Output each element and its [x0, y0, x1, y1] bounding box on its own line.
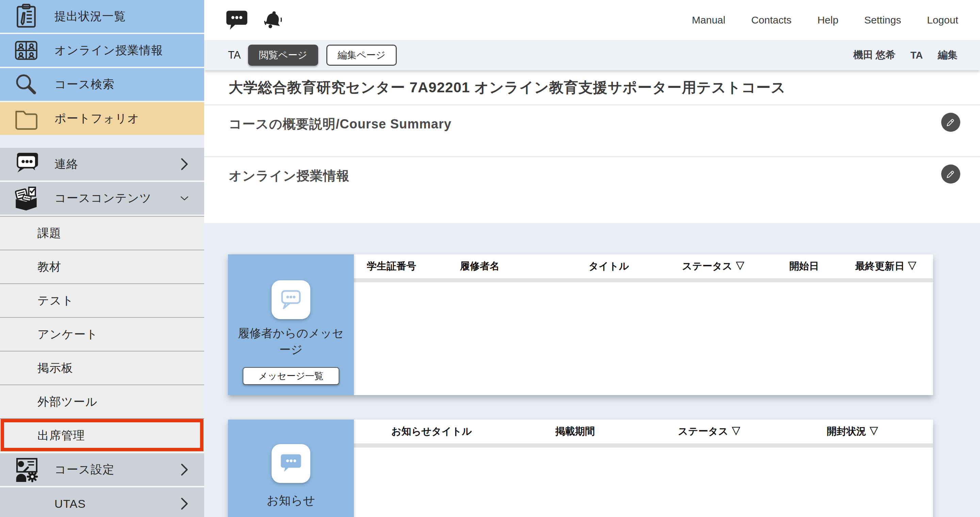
nav-link[interactable]: Contacts	[751, 14, 791, 26]
chat-bubble-outline-icon	[278, 286, 304, 313]
video-grid-icon	[12, 37, 40, 64]
message-icon	[225, 27, 248, 32]
chat-bubble-filled-icon	[278, 450, 304, 477]
column-header[interactable]: 学生証番号	[354, 260, 447, 273]
course-header-panel: 大学総合教育研究センター 7A92201 オンライン教育支援サポーター用テストコ…	[204, 70, 980, 223]
sidebar-subitem[interactable]: アンケート	[0, 317, 204, 351]
messages-table: 学生証番号 履修者名 タイトル ステータス ▽ 開始日 最終更新日 ▽	[354, 254, 933, 395]
announcements-table: お知らせタイトル 掲載期間 ステータス ▽ 開封状況 ▽	[354, 420, 933, 517]
nav-link[interactable]: Settings	[864, 14, 901, 26]
sidebar-item[interactable]: ポートフォリオ	[0, 102, 204, 135]
announcements-table-header: お知らせタイトル 掲載期間 ステータス ▽ 開封状況 ▽	[354, 420, 933, 444]
edit-section-button[interactable]	[941, 113, 960, 132]
chevron-down-icon	[180, 191, 189, 206]
sidebar-subitem[interactable]: 教材	[0, 250, 204, 283]
sidebar-subitem-label: 課題	[37, 225, 61, 241]
sidebar-item[interactable]: コース検索	[0, 68, 204, 101]
nav-link[interactable]: Logout	[927, 14, 958, 26]
sidebar-icon	[12, 490, 40, 517]
messages-card-icon-box	[272, 280, 310, 319]
course-section: オンライン授業情報	[204, 156, 980, 223]
sidebar-item[interactable]: 提出状況一覧	[0, 0, 204, 33]
pencil-icon	[944, 167, 957, 181]
messages-card-side: 履修者からのメッセージ メッセージ一覧	[228, 254, 354, 395]
bell-icon	[261, 27, 285, 32]
sidebar-subitem-label: テスト	[37, 293, 74, 309]
sidebar-item[interactable]: オンライン授業情報	[0, 34, 204, 67]
sidebar-item-label: 連絡	[54, 156, 78, 172]
sidebar-item-label: コース検索	[54, 77, 115, 92]
sidebar-item-label: オンライン授業情報	[54, 43, 163, 58]
column-header[interactable]: ステータス ▽	[646, 425, 772, 438]
nav-link[interactable]: Manual	[692, 14, 725, 26]
app-root: 提出状況一覧 オンライン授業情報 コース検索 ポートフォリオ	[0, 0, 980, 517]
sidebar-item-label: コース設定	[54, 462, 115, 477]
sidebar-subitem-label: 外部ツール	[37, 394, 98, 410]
course-title: 大学総合教育研究センター 7A92201 オンライン教育支援サポーター用テストコ…	[204, 70, 980, 105]
view-page-button[interactable]: 閲覧ページ	[248, 45, 318, 66]
announcements-card-side: お知らせ	[228, 420, 354, 517]
sidebar-item[interactable]: コースコンテンツ	[0, 182, 204, 215]
user-name: 機田 悠希	[853, 48, 895, 62]
role-label: TA	[228, 49, 240, 61]
edit-section-button[interactable]	[941, 164, 960, 184]
user-edit-link[interactable]: 編集	[938, 48, 958, 62]
sidebar: 提出状況一覧 オンライン授業情報 コース検索 ポートフォリオ	[0, 0, 204, 517]
sidebar-item-label: UTAS	[54, 497, 86, 511]
dashboard-area: 履修者からのメッセージ メッセージ一覧 学生証番号 履修者名 タイトル ステータ…	[204, 223, 980, 517]
course-settings-icon	[12, 456, 40, 483]
messages-table-header: 学生証番号 履修者名 タイトル ステータス ▽ 開始日 最終更新日 ▽	[354, 254, 933, 278]
sidebar-subitem[interactable]: 外部ツール	[0, 385, 204, 418]
sidebar-item[interactable]: UTAS	[0, 487, 204, 517]
sidebar-item[interactable]: 連絡	[0, 148, 204, 180]
user-role-badge: TA	[910, 50, 923, 61]
sidebar-subitem[interactable]: 出席管理	[0, 418, 204, 452]
announcements-card-icon-box	[272, 444, 310, 483]
clipboard-icon	[12, 2, 40, 30]
column-header[interactable]: 履修者名	[447, 260, 559, 273]
sidebar-item-label: コースコンテンツ	[54, 190, 152, 206]
announcements-card: お知らせ お知らせタイトル 掲載期間 ステータス ▽ 開封状況 ▽	[228, 420, 933, 517]
column-header[interactable]: 掲載期間	[504, 425, 646, 438]
search-icon	[12, 70, 40, 99]
announcements-card-label: お知らせ	[259, 492, 323, 509]
chat-icon	[12, 150, 40, 178]
messages-card-label: 履修者からのメッセージ	[228, 325, 354, 357]
sidebar-subitem[interactable]: テスト	[0, 283, 204, 317]
chevron-right-icon	[180, 157, 189, 172]
column-header[interactable]: 開始日	[769, 260, 839, 273]
column-header[interactable]: 開封状況 ▽	[772, 425, 933, 438]
section-title: コースの概要説明/Course Summary	[229, 115, 452, 133]
column-header[interactable]: 最終更新日 ▽	[839, 260, 933, 273]
nav-link[interactable]: Help	[817, 14, 838, 26]
sidebar-subitem-label: 教材	[37, 259, 61, 275]
sidebar-subitem[interactable]: 掲示板	[0, 351, 204, 385]
column-header[interactable]: お知らせタイトル	[354, 425, 504, 438]
notifications-button[interactable]	[261, 10, 285, 31]
table-divider	[354, 444, 933, 448]
sidebar-subitem-label: アンケート	[37, 327, 98, 342]
sidebar-spacer	[0, 135, 204, 148]
sidebar-subitem[interactable]: 課題	[0, 216, 204, 250]
course-content-icon	[12, 184, 40, 212]
messages-table-body	[354, 282, 933, 395]
sidebar-item-label: ポートフォリオ	[54, 111, 140, 126]
sidebar-item-label: 提出状況一覧	[54, 8, 126, 24]
announcements-table-body	[354, 448, 933, 517]
sidebar-subitem-label: 出席管理	[37, 428, 85, 444]
message-list-button[interactable]: メッセージ一覧	[243, 367, 339, 385]
pencil-icon	[944, 115, 957, 129]
top-bar: Manual Contacts Help Settings Logout	[204, 0, 980, 40]
column-header[interactable]: ステータス ▽	[658, 260, 769, 273]
page-toolbar: TA 閲覧ページ 編集ページ 機田 悠希 TA 編集	[204, 40, 980, 70]
chevron-right-icon	[180, 496, 189, 511]
user-info: 機田 悠希 TA 編集	[853, 48, 958, 62]
messages-button[interactable]	[225, 10, 248, 31]
chevron-right-icon	[180, 462, 189, 477]
edit-page-button[interactable]: 編集ページ	[326, 45, 397, 66]
section-title: オンライン授業情報	[229, 167, 350, 185]
course-section: コースの概要説明/Course Summary	[204, 105, 980, 156]
sidebar-item[interactable]: コース設定	[0, 453, 204, 486]
folder-icon	[12, 105, 40, 132]
column-header[interactable]: タイトル	[559, 260, 658, 273]
